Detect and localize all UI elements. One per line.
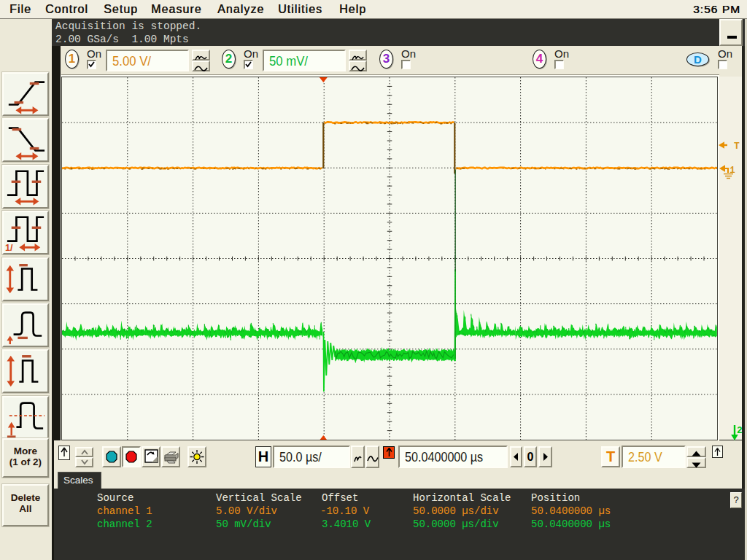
svg-text:T: T [734,141,740,150]
svg-text:1/: 1/ [5,243,13,253]
svg-text:2: 2 [737,425,743,436]
